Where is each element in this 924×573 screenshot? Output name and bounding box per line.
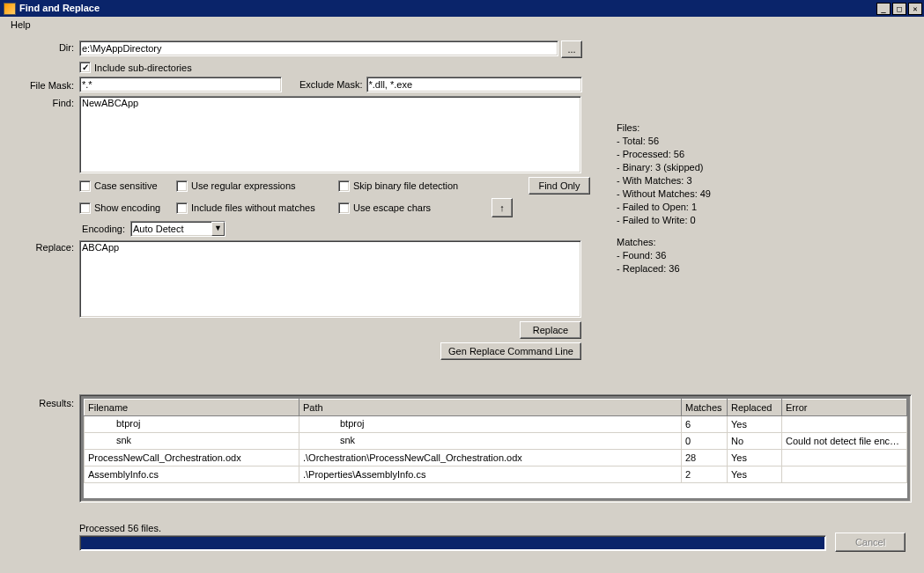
app-icon xyxy=(4,3,16,15)
table-row[interactable]: btprojbtproj6Yes xyxy=(85,416,907,433)
use-regex-checkbox[interactable] xyxy=(176,180,188,192)
stats-processed: - Processed: 56 xyxy=(617,148,711,161)
col-replaced[interactable]: Replaced xyxy=(728,400,782,416)
stats-failed-open: - Failed to Open: 1 xyxy=(617,201,711,214)
progress-bar xyxy=(79,535,826,551)
dir-input[interactable] xyxy=(79,40,558,56)
maximize-button[interactable]: □ xyxy=(892,3,906,15)
label-encoding: Encoding: xyxy=(79,224,130,234)
title-bar: Find and Replace _ □ ✕ xyxy=(0,0,924,17)
stats-without-matches: - Without Matches: 49 xyxy=(617,187,711,201)
show-encoding-label: Show encoding xyxy=(94,202,160,213)
stats-replaced: - Replaced: 36 xyxy=(617,262,711,275)
label-replace: Replace: xyxy=(5,240,79,253)
include-subdirs-label: Include sub-directories xyxy=(94,62,192,73)
use-escape-label: Use escape chars xyxy=(353,202,431,213)
stats-matches-header: Matches: xyxy=(617,236,711,249)
col-error[interactable]: Error xyxy=(782,400,907,416)
use-regex-label: Use regular expressions xyxy=(191,180,296,191)
col-matches[interactable]: Matches xyxy=(682,400,728,416)
table-row[interactable]: snksnk0NoCould not detect file encodi... xyxy=(85,433,907,450)
label-file-mask: File Mask: xyxy=(5,78,79,91)
skip-binary-label: Skip binary file detection xyxy=(353,180,458,191)
window-title: Find and Replace xyxy=(19,0,100,17)
status-text: Processed 56 files. xyxy=(79,523,161,533)
gen-cmd-button[interactable]: Gen Replace Command Line xyxy=(440,342,581,360)
include-subdirs-checkbox[interactable] xyxy=(79,62,91,73)
table-row[interactable]: AssemblyInfo.cs.\Properties\AssemblyInfo… xyxy=(85,466,907,483)
stats-binary: - Binary: 3 (skipped) xyxy=(617,161,711,174)
stats-panel: Files: - Total: 56 - Processed: 56 - Bin… xyxy=(617,121,711,275)
file-mask-input[interactable] xyxy=(79,77,282,92)
results-header-row: Filename Path Matches Replaced Error xyxy=(85,400,907,416)
chevron-down-icon[interactable]: ▼ xyxy=(211,222,225,236)
label-find: Find: xyxy=(5,96,79,108)
stats-files-header: Files: xyxy=(617,121,711,135)
exclude-mask-input[interactable] xyxy=(366,77,582,92)
show-encoding-checkbox[interactable] xyxy=(79,202,91,214)
label-exclude-mask: Exclude Mask: xyxy=(299,79,366,90)
swap-arrow-button[interactable]: ↑ xyxy=(492,198,513,217)
menu-help[interactable]: Help xyxy=(5,18,36,32)
stats-found: - Found: 36 xyxy=(617,249,711,262)
case-sensitive-checkbox[interactable] xyxy=(79,180,91,192)
minimize-button[interactable]: _ xyxy=(876,3,891,15)
include-no-match-label: Include files without matches xyxy=(191,202,315,213)
results-grid-container: Filename Path Matches Replaced Error btp… xyxy=(79,394,912,503)
cancel-button[interactable]: Cancel xyxy=(835,533,906,552)
stats-failed-write: - Failed to Write: 0 xyxy=(617,214,711,227)
find-only-button[interactable]: Find Only xyxy=(529,177,590,195)
skip-binary-checkbox[interactable] xyxy=(338,180,350,192)
include-no-match-checkbox[interactable] xyxy=(176,202,188,214)
stats-with-matches: - With Matches: 3 xyxy=(617,174,711,187)
replace-button[interactable]: Replace xyxy=(520,321,581,339)
close-button[interactable]: ✕ xyxy=(908,3,922,15)
replace-textarea[interactable] xyxy=(79,240,581,318)
label-results: Results: xyxy=(0,398,74,408)
find-textarea[interactable] xyxy=(79,96,581,173)
browse-button[interactable]: ... xyxy=(561,40,582,58)
use-escape-checkbox[interactable] xyxy=(338,202,350,214)
stats-total: - Total: 56 xyxy=(617,135,711,148)
case-sensitive-label: Case sensitive xyxy=(94,180,158,191)
menu-bar: Help xyxy=(0,17,924,33)
results-table[interactable]: Filename Path Matches Replaced Error btp… xyxy=(84,399,907,483)
col-filename[interactable]: Filename xyxy=(85,400,299,416)
table-row[interactable]: ProcessNewCall_Orchestration.odx.\Orches… xyxy=(85,450,907,466)
label-dir: Dir: xyxy=(5,40,79,53)
col-path[interactable]: Path xyxy=(299,400,682,416)
